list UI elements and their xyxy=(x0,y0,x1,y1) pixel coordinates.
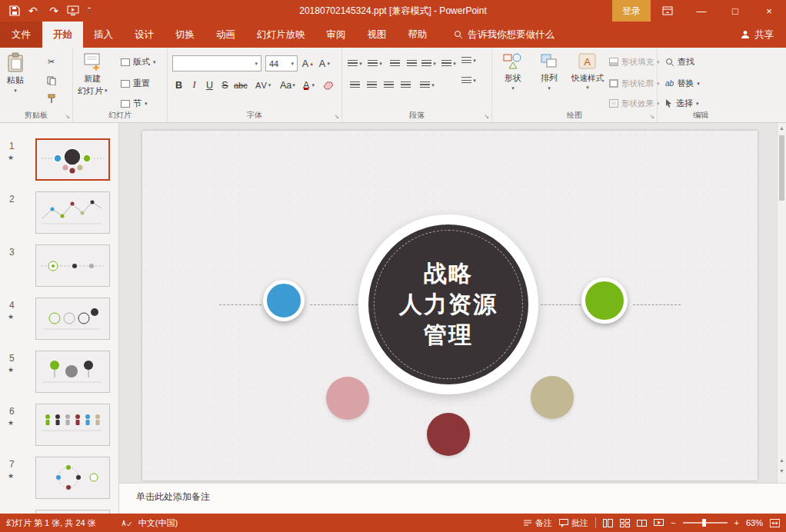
strikethrough-button[interactable]: S xyxy=(218,77,231,93)
change-case-button[interactable]: Aa▾ xyxy=(280,77,295,93)
align-left-button[interactable] xyxy=(347,77,363,93)
pink-circle-shape[interactable] xyxy=(326,377,369,420)
zoom-out-button[interactable]: − xyxy=(671,518,675,527)
green-circle-shape[interactable] xyxy=(581,278,628,324)
language-button[interactable]: 中文(中国) xyxy=(138,517,178,529)
zoom-slider[interactable] xyxy=(683,522,728,524)
slide-canvas[interactable]: 战略 人力资源 管理 xyxy=(142,131,758,480)
blue-circle-shape[interactable] xyxy=(263,280,305,321)
customize-qat-button[interactable]: ▾ xyxy=(88,8,91,15)
paste-button[interactable]: 粘贴 ▾ xyxy=(6,52,25,93)
slide-thumbnail[interactable] xyxy=(35,351,110,393)
drawing-dialog-launcher[interactable]: ↘ xyxy=(649,114,654,120)
replace-button[interactable]: ab 替换 ▾ xyxy=(665,75,700,91)
align-right-button[interactable] xyxy=(381,77,397,93)
text-shadow-button[interactable]: abc xyxy=(234,77,248,93)
comments-toggle-button[interactable]: 批注 xyxy=(559,517,588,529)
clear-formatting-button[interactable] xyxy=(321,77,335,93)
ribbon-display-options-button[interactable] xyxy=(651,0,684,22)
cut-button[interactable]: ✂ xyxy=(43,54,59,70)
line-spacing-button[interactable]: ▾ xyxy=(421,55,437,71)
center-circle-shape[interactable]: 战略 人力资源 管理 xyxy=(358,214,538,394)
font-size-combobox[interactable]: 44 ▾ xyxy=(265,55,298,71)
slide-thumbnail[interactable] xyxy=(35,138,110,181)
shape-outline-button[interactable]: 形状轮廓 ▾ xyxy=(609,75,660,91)
bold-button[interactable]: B xyxy=(172,77,185,93)
justify-button[interactable] xyxy=(398,77,414,93)
character-spacing-button[interactable]: AV▾ xyxy=(255,77,271,93)
zoom-in-button[interactable]: + xyxy=(734,518,739,527)
tab-insert[interactable]: 插入 xyxy=(83,22,124,48)
copy-button[interactable] xyxy=(43,72,59,88)
tab-animations[interactable]: 动画 xyxy=(205,22,246,48)
find-button[interactable]: 查找 xyxy=(665,54,694,70)
columns-button[interactable]: ▾ xyxy=(419,77,435,93)
scroll-up-button[interactable]: ▲ xyxy=(778,125,786,131)
section-button[interactable]: 节 ▾ xyxy=(121,95,148,111)
align-text-button[interactable]: ▾ xyxy=(461,52,477,68)
text-direction-button[interactable]: ▾ xyxy=(441,55,457,71)
scrollbar-thumb[interactable] xyxy=(779,135,784,201)
italic-button[interactable]: I xyxy=(188,77,201,93)
previous-slide-button[interactable]: ▲ xyxy=(778,457,786,463)
zoom-percentage[interactable]: 63% xyxy=(746,518,763,527)
slide-thumbnail[interactable] xyxy=(35,457,110,499)
layout-button[interactable]: 版式 ▾ xyxy=(121,54,156,70)
slide-thumbnail[interactable] xyxy=(35,191,110,234)
shape-effects-button[interactable]: 形状效果 ▾ xyxy=(609,95,660,111)
notes-pane[interactable]: 单击此处添加备注 xyxy=(119,483,786,514)
slide-counter[interactable]: 幻灯片 第 1 张, 共 24 张 xyxy=(6,517,96,529)
tab-help[interactable]: 帮助 xyxy=(398,22,438,48)
convert-smartart-button[interactable]: ▾ xyxy=(461,72,477,88)
tab-transitions[interactable]: 切换 xyxy=(165,22,205,48)
tan-circle-shape[interactable] xyxy=(531,376,574,419)
shapes-button[interactable]: 形状 ▾ xyxy=(495,52,531,91)
tellme-search[interactable]: 告诉我你想要做什么 xyxy=(454,22,555,48)
numbering-button[interactable]: ▾ xyxy=(367,55,383,71)
slide-thumbnail[interactable] xyxy=(35,298,110,340)
decrease-font-button[interactable]: A▼ xyxy=(318,55,331,71)
increase-font-button[interactable]: A▲ xyxy=(301,55,315,71)
minimize-button[interactable]: — xyxy=(684,0,718,22)
maximize-button[interactable]: □ xyxy=(718,0,752,22)
share-button[interactable]: 共享 xyxy=(741,22,786,48)
arrange-button[interactable]: 排列 ▾ xyxy=(532,52,566,91)
close-button[interactable]: × xyxy=(752,0,786,22)
zoom-slider-thumb[interactable] xyxy=(702,519,706,527)
vertical-scrollbar[interactable]: ▲ ▲ ▼ xyxy=(777,123,786,483)
sign-in-button[interactable]: 登录 xyxy=(612,0,651,22)
increase-indent-button[interactable] xyxy=(404,55,420,71)
format-painter-button[interactable] xyxy=(43,91,59,107)
tab-design[interactable]: 设计 xyxy=(124,22,165,48)
reset-button[interactable]: 重置 xyxy=(121,75,150,91)
select-button[interactable]: 选择 ▾ xyxy=(665,95,699,111)
paragraph-dialog-launcher[interactable]: ↘ xyxy=(484,114,489,120)
font-dialog-launcher[interactable]: ↘ xyxy=(334,114,339,120)
view-reading-button[interactable] xyxy=(637,519,647,527)
clipboard-dialog-launcher[interactable]: ↘ xyxy=(65,114,70,120)
undo-button[interactable]: ↶▾ xyxy=(28,5,41,16)
tab-file[interactable]: 文件 xyxy=(0,22,42,48)
decrease-indent-button[interactable] xyxy=(387,55,403,71)
bullets-button[interactable]: ▾ xyxy=(347,55,363,71)
tab-slideshow[interactable]: 幻灯片放映 xyxy=(246,22,316,48)
slide-thumbnail[interactable] xyxy=(35,244,110,287)
tab-view[interactable]: 视图 xyxy=(357,22,398,48)
notes-toggle-button[interactable]: 备注 xyxy=(523,517,552,529)
font-family-combobox[interactable]: ▾ xyxy=(172,55,261,71)
slide-thumbnail[interactable] xyxy=(35,404,110,446)
view-slide-sorter-button[interactable] xyxy=(620,519,630,527)
view-slideshow-button[interactable] xyxy=(654,519,664,527)
next-slide-button[interactable]: ▼ xyxy=(778,468,786,474)
spellcheck-button[interactable] xyxy=(122,519,132,527)
tab-review[interactable]: 审阅 xyxy=(316,22,357,48)
new-slide-button[interactable]: 新建 幻灯片▾ xyxy=(78,52,108,95)
underline-button[interactable]: U xyxy=(203,77,216,93)
font-color-button[interactable]: A▾ xyxy=(301,77,315,93)
dark-red-circle-shape[interactable] xyxy=(427,413,470,456)
tab-home[interactable]: 开始 xyxy=(42,22,83,48)
start-slideshow-button[interactable] xyxy=(67,5,79,16)
view-normal-button[interactable] xyxy=(603,519,613,527)
redo-button[interactable]: ↷ xyxy=(49,5,58,16)
shape-fill-button[interactable]: 形状填充 ▾ xyxy=(609,54,660,70)
